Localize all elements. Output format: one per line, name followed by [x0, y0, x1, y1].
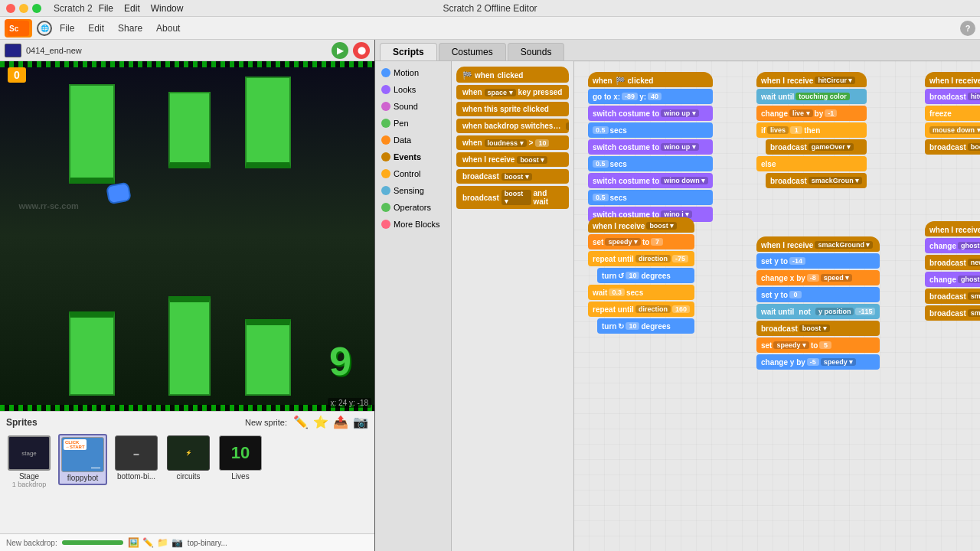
file-menu[interactable]: File [99, 3, 113, 14]
switch-costume-block-3[interactable]: switch costume to wino down ▾ [588, 173, 713, 188]
go-to-block[interactable]: go to x: -89 y: 40 [588, 89, 713, 104]
ghost-2-dropdown[interactable]: ghost ▾ [958, 276, 980, 283]
when-receive-boost-block[interactable]: when I receive boost ▾ [588, 217, 694, 233]
gameover-dropdown[interactable]: gameOver ▾ [808, 143, 854, 151]
category-more-blocks[interactable]: More Blocks [375, 216, 451, 233]
wait-ctrl-val[interactable]: 0.3 [609, 289, 625, 296]
if-block[interactable]: if lives 1 then [756, 122, 867, 138]
smackground-4-dropdown[interactable]: smackGround ▾ [968, 309, 980, 317]
switch-costume-block-2[interactable]: switch costume to wino up ▾ [588, 139, 713, 155]
broadcast-boost-2[interactable]: broadcast boost ▾ [756, 321, 880, 336]
when-receive-newturn[interactable]: when I receive newTurn ▾ [925, 221, 980, 236]
switch-costume-block[interactable]: switch costume to wino up ▾ [588, 106, 713, 121]
category-motion[interactable]: Motion [375, 64, 451, 81]
block-backdrop-dropdown[interactable]: circuit-b ▾ [566, 122, 569, 130]
go-x-value[interactable]: -89 [622, 93, 638, 100]
category-looks[interactable]: Looks [375, 81, 451, 98]
set-speedy-block[interactable]: set speedy ▾ to 5 [756, 337, 880, 353]
repeat-until-block[interactable]: repeat until direction -75 [588, 251, 694, 266]
broadcast-boost-3[interactable]: broadcast boost ▾ [925, 139, 980, 155]
direction-dropdown-2[interactable]: direction [635, 305, 671, 313]
block-when-flag-clicked[interactable]: 🏁 when clicked [456, 67, 569, 83]
language-icon[interactable]: 🌐 [37, 21, 52, 36]
sprite-item-bottom[interactable]: ▬ bottom-bi... [113, 434, 159, 482]
about-menu-btn[interactable]: About [150, 21, 186, 36]
direction-dropdown[interactable]: direction [635, 255, 671, 262]
turn-value[interactable]: 10 [626, 272, 639, 279]
help-button[interactable]: ? [960, 21, 975, 36]
change-lives-block[interactable]: change live ▾ by -1 [756, 106, 867, 121]
file-menu-btn[interactable]: File [54, 21, 80, 36]
block-broadcast-wait[interactable]: broadcast boost ▾ and wait [456, 186, 569, 209]
edit-menu[interactable]: Edit [124, 3, 140, 14]
costume-dropdown-2[interactable]: wino up ▾ [661, 143, 699, 151]
cx-speed-dropdown[interactable]: speed ▾ [821, 274, 853, 282]
broadcast-smackground-4[interactable]: broadcast smackGround ▾ [925, 305, 980, 321]
wait-secs-ctrl-block[interactable]: wait 0.3 secs [588, 285, 694, 300]
when-receive-startgame[interactable]: when I receive startGame ▾ [925, 72, 980, 87]
lives-cmp[interactable]: lives [767, 126, 789, 134]
change-y-val[interactable]: -5 [807, 358, 819, 366]
lives-dropdown[interactable]: live ▾ [789, 109, 813, 117]
set-speed-block[interactable]: set speedy ▾ to 7 [588, 234, 694, 249]
scripting-area[interactable]: when 🏁 clicked go to x: -89 y: 40 [574, 61, 980, 551]
turn-value-2[interactable]: 10 [626, 322, 639, 330]
tab-costumes[interactable]: Costumes [439, 43, 506, 60]
smackground-dropdown[interactable]: smackGround ▾ [815, 241, 873, 249]
block-space-dropdown[interactable]: space ▾ [485, 89, 516, 96]
boost-2-dropdown[interactable]: boost ▾ [799, 324, 830, 332]
block-loudness-value[interactable]: 10 [535, 139, 549, 147]
change-ghost-block-2[interactable]: change ghost ▾ effect by -20 [925, 272, 980, 287]
lives-cmp-val[interactable]: 1 [790, 126, 802, 134]
sprite-item-stage[interactable]: stage Stage 1 backdrop [6, 434, 52, 490]
y-pos-dropdown[interactable]: y position [815, 308, 854, 315]
set-y-to-0[interactable]: set y to 0 [756, 287, 880, 302]
set-y-block[interactable]: set y to -14 [756, 253, 880, 269]
category-sensing[interactable]: Sensing [375, 182, 451, 199]
edit-menu-btn[interactable]: Edit [82, 21, 110, 36]
block-when-loudness[interactable]: when loudness ▾ > 10 [456, 135, 569, 150]
touching-color-1[interactable]: touching color [795, 93, 850, 100]
broadcast-smackground-3[interactable]: broadcast smackGround ▾ [925, 289, 980, 304]
backdrop-folder-icon[interactable]: 📁 [157, 537, 168, 548]
block-broadcast-dropdown[interactable]: boost ▾ [501, 173, 532, 181]
wait-val-2[interactable]: 0.5 [593, 160, 609, 168]
mouse-down-dropdown[interactable]: mouse down ▾ [929, 126, 980, 134]
category-data[interactable]: Data [375, 132, 451, 148]
sprite-item-lives[interactable]: 10 Lives [217, 434, 263, 482]
boost-3-dropdown[interactable]: boost ▾ [968, 143, 980, 151]
block-broadcast-wait-dropdown[interactable]: boost ▾ [501, 190, 531, 205]
wait-until-block[interactable]: wait until touching color [756, 89, 867, 104]
maximize-button[interactable] [32, 4, 41, 13]
speed-var-dropdown[interactable]: speedy ▾ [605, 238, 641, 246]
costume-dropdown[interactable]: wino up ▾ [661, 109, 699, 117]
block-receive-dropdown[interactable]: boost ▾ [517, 156, 547, 164]
wait-secs-block-3[interactable]: 0.5 secs [588, 190, 713, 205]
hitcircuit-dropdown[interactable]: hitCircur ▾ [815, 77, 855, 84]
set-y-to-val[interactable]: 0 [789, 291, 802, 298]
backdrop-image-icon[interactable]: 🖼️ [128, 537, 139, 548]
speedy-2-val[interactable]: 5 [819, 341, 831, 349]
repeat-until-block-2[interactable]: repeat until direction 160 [588, 302, 694, 317]
broadcast-smashground-2[interactable]: broadcast smackGroun ▾ [766, 173, 867, 188]
sprite-item-floppybot[interactable]: CLICK→START floppybot [58, 434, 107, 485]
when-receive-smackground[interactable]: when I receive smackGround ▾ [756, 236, 880, 252]
tab-scripts[interactable]: Scripts [380, 43, 437, 60]
change-y-block[interactable]: change y by -5 speedy ▾ [756, 354, 880, 370]
category-sound[interactable]: Sound [375, 98, 451, 115]
show-block[interactable]: broadcast hitCircle ▾ [925, 89, 980, 104]
backdrop-paint-icon[interactable]: ✏️ [142, 537, 154, 548]
wait-secs-block[interactable]: 0.5 secs [588, 122, 713, 138]
category-events[interactable]: Events [375, 148, 451, 165]
ghost-effect-dropdown[interactable]: ghost ▾ [958, 242, 980, 249]
choose-sprite-icon[interactable]: ⭐ [313, 415, 328, 429]
block-when-sprite-clicked[interactable]: when this sprite clicked [456, 102, 569, 116]
change-ghost-block[interactable]: change ghost ▾ effect by 20 [925, 238, 980, 253]
wait-secs-block-2[interactable]: 0.5 secs [588, 156, 713, 171]
change-y-dropdown[interactable]: speedy ▾ [821, 358, 857, 366]
backdrop-camera-icon[interactable]: 📷 [172, 537, 183, 548]
window-menu[interactable]: Window [151, 3, 184, 14]
change-x-speed-block[interactable]: change x by -8 speed ▾ [756, 270, 880, 285]
block-when-backdrop[interactable]: when backdrop switches to circuit-b ▾ [456, 119, 569, 133]
block-when-space-pressed[interactable]: when space ▾ key pressed [456, 85, 569, 99]
